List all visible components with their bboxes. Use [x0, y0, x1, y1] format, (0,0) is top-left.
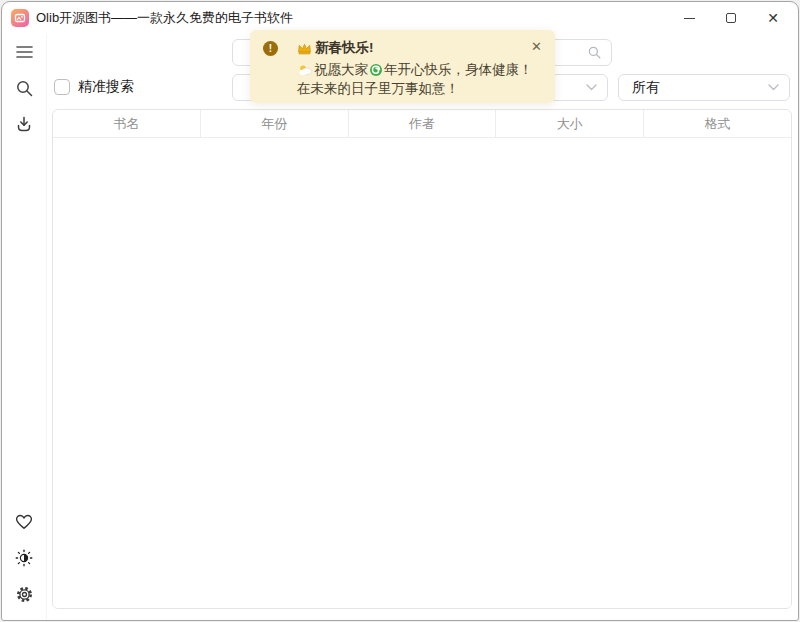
window-controls: ✕ — [668, 2, 798, 34]
app-logo-icon — [11, 9, 29, 27]
download-icon[interactable] — [9, 109, 39, 139]
theme-brightness-icon[interactable] — [9, 543, 39, 573]
sun-cloud-emoji-icon — [298, 64, 313, 76]
format-select[interactable]: 所有 — [618, 74, 790, 101]
menu-icon[interactable] — [9, 37, 39, 67]
snake-emoji-icon — [369, 63, 383, 77]
column-header-title[interactable]: 书名 — [53, 110, 201, 137]
settings-gear-icon[interactable] — [9, 579, 39, 609]
minimize-button[interactable] — [668, 2, 710, 34]
column-header-year[interactable]: 年份 — [201, 110, 349, 137]
window-title: Olib开源图书——一款永久免费的电子书软件 — [36, 9, 293, 27]
magnifier-icon — [588, 46, 601, 59]
heart-icon[interactable] — [9, 507, 39, 537]
toast-line1-text1: 祝愿大家 — [314, 60, 368, 79]
precise-search-row: 精准搜索 — [54, 78, 134, 96]
minimize-icon — [684, 18, 695, 19]
app-window: Olib开源图书——一款永久免费的电子书软件 ✕ — [1, 1, 799, 621]
toast-line1-text2: 年开心快乐，身体健康！ — [384, 60, 533, 79]
chevron-down-icon — [768, 84, 779, 91]
toast-close-button[interactable]: ✕ — [531, 40, 542, 53]
close-icon: ✕ — [767, 11, 779, 25]
maximize-icon — [726, 13, 736, 23]
format-select-value: 所有 — [632, 79, 660, 97]
close-button[interactable]: ✕ — [752, 2, 794, 34]
results-table: 书名 年份 作者 大小 格式 — [52, 109, 792, 609]
new-year-toast: ! 新春快乐! — [250, 30, 555, 103]
warning-exclamation-icon: ! — [263, 41, 278, 56]
precise-search-label: 精准搜索 — [78, 78, 134, 96]
column-header-size[interactable]: 大小 — [496, 110, 644, 137]
crown-emoji-icon — [297, 42, 312, 55]
column-header-author[interactable]: 作者 — [349, 110, 497, 137]
table-header-row: 书名 年份 作者 大小 格式 — [53, 110, 791, 138]
chevron-down-icon — [586, 84, 597, 91]
precise-search-checkbox[interactable] — [54, 79, 70, 95]
toast-title: 新春快乐! — [315, 39, 374, 57]
sidebar — [2, 34, 47, 620]
column-header-format[interactable]: 格式 — [644, 110, 791, 137]
toast-body: 祝愿大家 年开心快乐，身体健康！ 在未来的日子里万事如意！ — [297, 60, 533, 98]
toast-title-line: 新春快乐! — [297, 39, 533, 57]
table-body-empty — [53, 138, 791, 609]
maximize-button[interactable] — [710, 2, 752, 34]
search-icon[interactable] — [9, 73, 39, 103]
toast-line2: 在未来的日子里万事如意！ — [297, 79, 459, 98]
